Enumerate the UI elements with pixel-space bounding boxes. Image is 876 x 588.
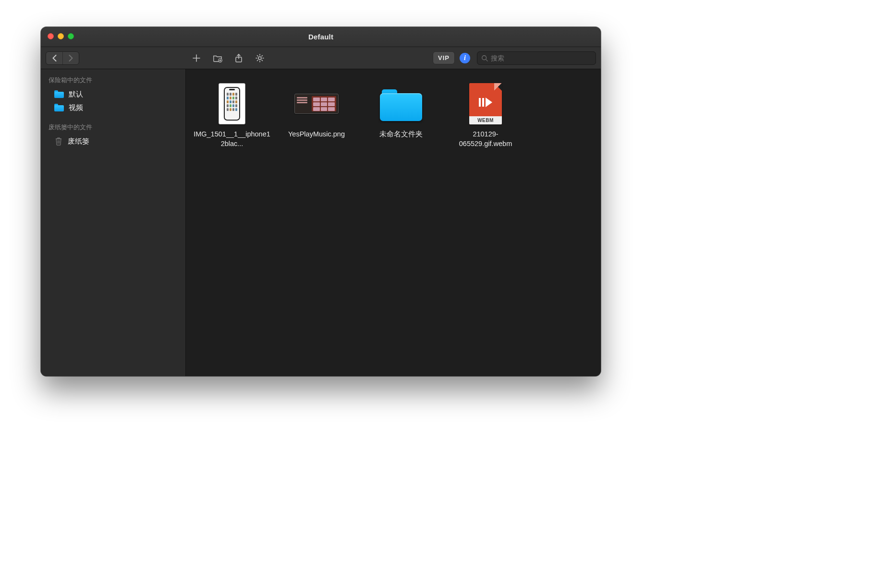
sidebar: 保险箱中的文件 默认 视频 废纸篓中的文件 废纸篓 <box>41 69 186 376</box>
app-window: Default <box>41 27 601 376</box>
file-name: 未命名文件夹 <box>379 130 423 139</box>
file-grid[interactable]: IMG_1501__1__iphone12blac... YesPlayMusi… <box>186 69 601 376</box>
folder-icon <box>54 104 64 111</box>
folder-icon <box>379 86 423 121</box>
new-folder-button[interactable] <box>209 51 226 65</box>
minimize-icon[interactable] <box>58 33 64 39</box>
add-button[interactable] <box>188 51 205 65</box>
zoom-icon[interactable] <box>68 33 74 39</box>
trash-icon <box>54 136 63 146</box>
close-icon[interactable] <box>48 33 54 39</box>
folder-plus-icon <box>213 53 222 63</box>
file-thumbnail <box>379 82 423 126</box>
vip-badge[interactable]: VIP <box>433 51 455 64</box>
window-body: 保险箱中的文件 默认 视频 废纸篓中的文件 废纸篓 <box>41 69 601 376</box>
file-item[interactable]: 未命名文件夹 <box>359 79 443 148</box>
file-thumbnail: WEBM <box>463 82 508 126</box>
file-thumbnail <box>294 82 339 126</box>
svg-point-2 <box>258 57 261 60</box>
file-thumbnail <box>210 82 254 126</box>
sidebar-item-label: 默认 <box>69 88 83 100</box>
plus-icon <box>192 53 201 63</box>
sidebar-item-trash[interactable]: 废纸篓 <box>41 135 185 148</box>
image-icon <box>219 83 245 124</box>
file-item[interactable]: WEBM 210129-065529.gif.webm <box>443 79 528 148</box>
info-button[interactable]: i <box>460 53 470 63</box>
search-icon <box>481 55 488 61</box>
nav-group <box>46 51 79 65</box>
share-button[interactable] <box>230 51 247 65</box>
sidebar-item-label: 废纸篓 <box>68 135 89 147</box>
chevron-right-icon <box>68 55 73 61</box>
file-name: YesPlayMusic.png <box>288 130 345 139</box>
search-field[interactable] <box>477 51 596 65</box>
file-item[interactable]: IMG_1501__1__iphone12blac... <box>190 79 274 148</box>
folder-icon <box>54 90 64 98</box>
sidebar-item-label: 视频 <box>69 102 83 113</box>
file-name: IMG_1501__1__iphone12blac... <box>194 130 270 148</box>
back-button[interactable] <box>46 52 62 64</box>
share-icon <box>234 53 243 63</box>
file-type-badge: WEBM <box>469 116 502 125</box>
search-input[interactable] <box>491 54 592 62</box>
sidebar-section-header: 废纸篓中的文件 <box>41 121 185 135</box>
titlebar: Default <box>41 27 601 47</box>
sidebar-section-header: 保险箱中的文件 <box>41 74 185 87</box>
gear-icon <box>255 53 265 63</box>
window-controls <box>48 33 74 39</box>
toolbar: VIP i <box>41 47 601 69</box>
settings-button[interactable] <box>251 51 268 65</box>
image-icon <box>294 94 339 114</box>
sidebar-item-video[interactable]: 视频 <box>41 101 185 114</box>
video-file-icon: WEBM <box>469 83 502 124</box>
forward-button[interactable] <box>62 52 79 64</box>
sidebar-item-default[interactable]: 默认 <box>41 87 185 101</box>
file-name: 210129-065529.gif.webm <box>447 130 524 148</box>
chevron-left-icon <box>52 55 57 61</box>
window-title: Default <box>308 33 333 41</box>
file-item[interactable]: YesPlayMusic.png <box>274 79 359 148</box>
